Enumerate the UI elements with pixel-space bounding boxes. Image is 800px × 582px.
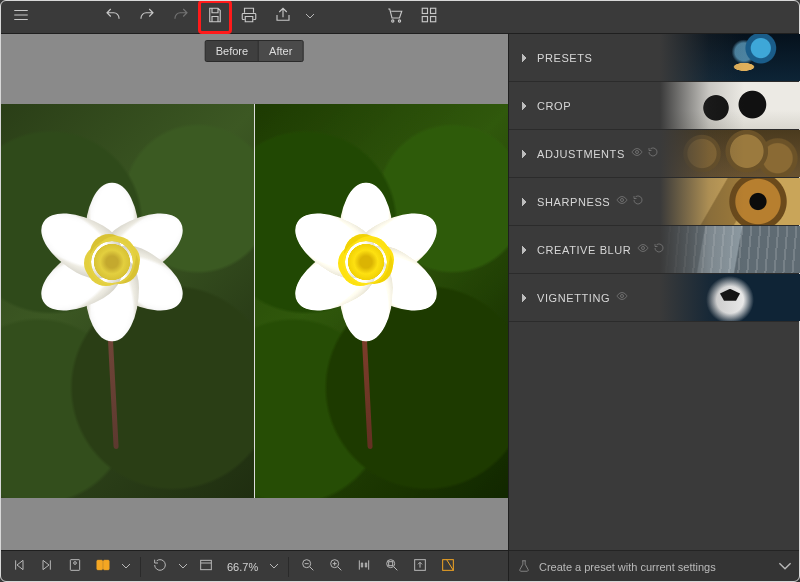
canvas-area[interactable]: Before After: [0, 34, 508, 550]
redo-forward-button[interactable]: [166, 2, 196, 32]
svg-rect-14: [389, 562, 393, 566]
save-result-button[interactable]: [435, 554, 461, 580]
chevron-down-icon: [778, 559, 792, 575]
cart-icon: [386, 6, 404, 27]
batch-grid-icon: [420, 6, 438, 27]
panel-thumbnail: [660, 274, 800, 321]
panel-thumbnail: [660, 34, 800, 81]
panel-thumbnail: [660, 82, 800, 129]
rotate-dropdown[interactable]: [175, 554, 191, 580]
single-view-button[interactable]: [62, 554, 88, 580]
menu-icon: [12, 6, 30, 27]
panel-label: SHARPNESS: [537, 196, 610, 208]
before-pane[interactable]: [0, 104, 254, 498]
chevron-right-icon: [517, 51, 531, 65]
svg-point-19: [642, 247, 645, 250]
cart-button[interactable]: [380, 2, 410, 32]
share-dropdown[interactable]: [302, 4, 318, 30]
svg-point-20: [621, 295, 624, 298]
undo-icon: [104, 6, 122, 27]
undo-button[interactable]: [98, 2, 128, 32]
svg-point-7: [74, 562, 77, 565]
svg-rect-5: [431, 17, 436, 22]
reset-icon[interactable]: [632, 194, 644, 209]
panel-presets[interactable]: PRESETS: [509, 34, 800, 82]
accordion: PRESETS CROP ADJUSTMENTS SHARPNESS: [509, 34, 800, 550]
visibility-icon[interactable]: [616, 290, 628, 305]
panel-thumbnail: [660, 130, 800, 177]
before-label: Before: [206, 41, 258, 61]
svg-point-1: [398, 20, 400, 22]
svg-point-17: [635, 151, 638, 154]
reset-icon[interactable]: [653, 242, 665, 257]
save-result-icon: [440, 557, 456, 576]
flask-icon: [517, 559, 531, 575]
svg-point-18: [621, 199, 624, 202]
panel-crop[interactable]: CROP: [509, 82, 800, 130]
zoom-out-button[interactable]: [295, 554, 321, 580]
rotate-button[interactable]: [147, 554, 173, 580]
navigator-button[interactable]: [379, 554, 405, 580]
fit-screen-icon: [198, 557, 214, 576]
panel-label: VIGNETTING: [537, 292, 610, 304]
share-button[interactable]: [268, 2, 298, 32]
save-button[interactable]: [200, 2, 230, 32]
create-preset-button[interactable]: Create a preset with current settings: [509, 550, 800, 582]
after-pane[interactable]: [254, 104, 509, 498]
compare-view-icon: [95, 557, 111, 576]
svg-rect-8: [97, 560, 102, 569]
compare-split: [0, 104, 508, 498]
print-button[interactable]: [234, 2, 264, 32]
panel-label: CREATIVE BLUR: [537, 244, 631, 256]
right-panel: PRESETS CROP ADJUSTMENTS SHARPNESS: [508, 34, 800, 582]
redo-icon: [138, 6, 156, 27]
zoom-dropdown[interactable]: [266, 554, 282, 580]
navigator-icon: [384, 557, 400, 576]
visibility-icon[interactable]: [637, 242, 649, 257]
visibility-icon[interactable]: [631, 146, 643, 161]
zoom-out-icon: [300, 557, 316, 576]
svg-point-0: [392, 20, 394, 22]
panel-creative-blur[interactable]: CREATIVE BLUR: [509, 226, 800, 274]
svg-rect-3: [431, 8, 436, 13]
zoom-readout: 66.7%: [221, 561, 264, 573]
export-button[interactable]: [407, 554, 433, 580]
after-image: [255, 104, 509, 498]
first-image-icon: [11, 557, 27, 576]
panel-adjustments[interactable]: ADJUSTMENTS: [509, 130, 800, 178]
view-mode-dropdown[interactable]: [118, 554, 134, 580]
svg-point-13: [387, 560, 395, 568]
reset-icon[interactable]: [647, 146, 659, 161]
create-preset-label: Create a preset with current settings: [539, 561, 716, 573]
actual-size-button[interactable]: [351, 554, 377, 580]
svg-rect-9: [104, 560, 109, 569]
chevron-right-icon: [517, 147, 531, 161]
panel-label: PRESETS: [537, 52, 593, 64]
rotate-icon: [152, 557, 168, 576]
chevron-down-icon: [305, 10, 315, 24]
export-icon: [412, 557, 428, 576]
panel-thumbnail: [660, 226, 800, 273]
actual-size-icon: [356, 557, 372, 576]
panel-thumbnail: [660, 178, 800, 225]
share-icon: [274, 6, 292, 27]
bottom-toolbar: 66.7%: [0, 550, 508, 582]
svg-rect-10: [201, 560, 212, 569]
fit-screen-button[interactable]: [193, 554, 219, 580]
panel-vignetting[interactable]: VIGNETTING: [509, 274, 800, 322]
panel-label: ADJUSTMENTS: [537, 148, 625, 160]
panel-label: CROP: [537, 100, 571, 112]
chevron-down-icon: [121, 560, 131, 574]
zoom-in-button[interactable]: [323, 554, 349, 580]
panel-sharpness[interactable]: SHARPNESS: [509, 178, 800, 226]
redo-button[interactable]: [132, 2, 162, 32]
before-image: [0, 104, 254, 498]
next-image-button[interactable]: [34, 554, 60, 580]
chevron-down-icon: [269, 560, 279, 574]
visibility-icon[interactable]: [616, 194, 628, 209]
chevron-right-icon: [517, 99, 531, 113]
compare-view-button[interactable]: [90, 554, 116, 580]
menu-button[interactable]: [6, 2, 36, 32]
first-image-button[interactable]: [6, 554, 32, 580]
batch-grid-button[interactable]: [414, 2, 444, 32]
